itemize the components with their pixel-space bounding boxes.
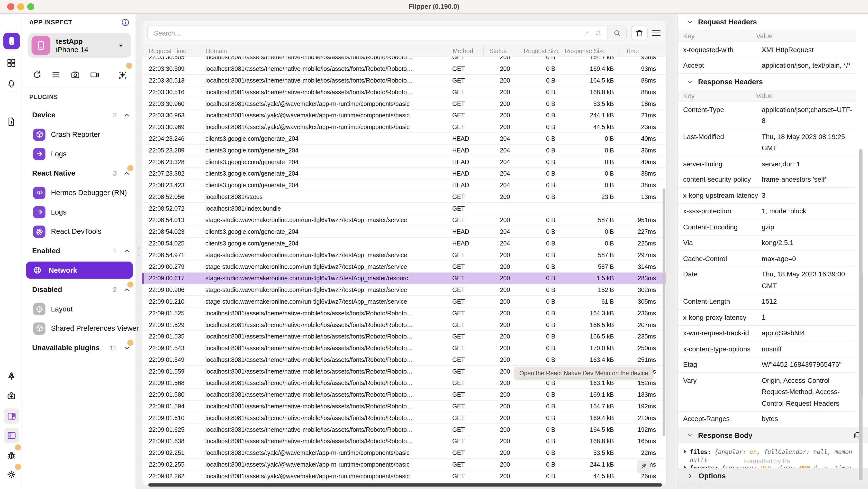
sidebar-item-network[interactable]: Network bbox=[23, 260, 136, 280]
rail-rocket-icon[interactable] bbox=[0, 371, 23, 382]
zoom-traffic-light[interactable] bbox=[27, 3, 34, 10]
table-row[interactable]: 22:09:01.594localhost:8081/assets/theme/… bbox=[142, 401, 666, 412]
table-row[interactable]: 22:08:52.056localhost:8081/statusGET2000… bbox=[142, 191, 666, 203]
sidebar-item-hermes-debugger-rn-[interactable]: Hermes Debugger (RN) bbox=[23, 183, 136, 202]
plugin-group-unavailable-plugins[interactable]: Unavailable plugins 11 bbox=[23, 338, 136, 357]
rail-app-tile-icon[interactable] bbox=[0, 33, 23, 49]
header-row: x-kong-upstream-latency3 bbox=[678, 188, 856, 204]
table-row[interactable]: 22:09:01.610localhost:8081/assets/theme/… bbox=[142, 412, 666, 424]
rail-medical-bag-icon[interactable] bbox=[0, 391, 23, 401]
table-row[interactable]: 22:08:54.025clients3.google.com/generate… bbox=[142, 238, 666, 249]
search-icon[interactable] bbox=[607, 26, 626, 40]
plugin-group-disabled[interactable]: Disabled 2 bbox=[23, 280, 136, 299]
app-name: testApp bbox=[56, 37, 88, 45]
plugin-group-react-native[interactable]: React Native 3 bbox=[23, 164, 136, 183]
sidebar-item-layout[interactable]: Layout bbox=[23, 299, 136, 319]
sidebar-item-logs[interactable]: Logs bbox=[23, 202, 136, 222]
rail-bug-icon[interactable] bbox=[0, 450, 23, 461]
options-section[interactable]: Options bbox=[678, 468, 868, 483]
table-row[interactable]: 22:03:30.513localhost:8081/assets/theme/… bbox=[142, 75, 666, 86]
code-icon bbox=[33, 186, 45, 199]
minimize-traffic-light[interactable] bbox=[17, 3, 24, 10]
table-row[interactable]: 22:07:23.382clients3.google.com/generate… bbox=[142, 168, 666, 179]
table-row[interactable]: 22:09:02.251localhost:8081/assets/.yalc/… bbox=[142, 447, 666, 459]
toolbar-menu-icon[interactable] bbox=[49, 68, 63, 82]
table-row[interactable]: 22:09:00.906stage-studio.wavemakeronline… bbox=[142, 284, 666, 296]
toolbar-camera-icon[interactable] bbox=[68, 68, 83, 82]
sidebar-item-crash-reporter[interactable]: Crash Reporter bbox=[23, 125, 136, 144]
info-icon[interactable] bbox=[121, 18, 130, 27]
chevron-up-icon bbox=[123, 248, 130, 254]
rail-bell-icon[interactable] bbox=[0, 79, 23, 89]
table-row[interactable]: 22:03:30.516localhost:8081/assets/theme/… bbox=[142, 86, 666, 98]
table-row[interactable]: 22:06:23.328clients3.google.com/generate… bbox=[142, 156, 666, 168]
table-row[interactable]: 22:09:01.543localhost:8081/assets/theme/… bbox=[142, 342, 666, 354]
header-row: content-security-policyframe-ancestors '… bbox=[678, 172, 856, 188]
table-row[interactable]: 22:09:00.279stage-studio.wavemakeronline… bbox=[142, 261, 666, 273]
swap-arrows-icon[interactable] bbox=[592, 29, 607, 37]
plugin-group-enabled[interactable]: Enabled 1 bbox=[23, 241, 136, 261]
column-header-time[interactable]: Time bbox=[619, 46, 662, 56]
close-traffic-light[interactable] bbox=[7, 3, 14, 10]
table-row[interactable]: 22:09:01.568localhost:8081/assets/theme/… bbox=[142, 377, 666, 389]
atom-icon bbox=[33, 225, 45, 237]
json-line[interactable]: files: {angular: en, fullCalendar: null,… bbox=[683, 448, 852, 456]
table-menu-button[interactable] bbox=[651, 29, 661, 37]
column-header-method[interactable]: Method bbox=[447, 46, 483, 56]
table-row[interactable]: 22:03:30.960localhost:8081/assets/.yalc/… bbox=[142, 98, 666, 110]
table-row[interactable]: 22:03:30.963localhost:8081/assets/.yalc/… bbox=[142, 110, 666, 121]
table-row[interactable]: 22:04:23.246clients3.google.com/generate… bbox=[142, 133, 666, 145]
rail-panel-left-icon[interactable] bbox=[0, 428, 23, 443]
rail-doc-alert-icon[interactable] bbox=[0, 116, 23, 127]
table-row[interactable]: 22:08:54.023clients3.google.com/generate… bbox=[142, 226, 666, 238]
sidebar-item-logs[interactable]: Logs bbox=[23, 144, 136, 164]
sidebar-resize-handle[interactable] bbox=[137, 247, 141, 261]
plugin-group-device[interactable]: Device 2 bbox=[23, 105, 136, 125]
search-input[interactable] bbox=[148, 29, 581, 37]
table-horizontal-scrollbar[interactable] bbox=[148, 483, 662, 487]
response-body-section[interactable]: Response Body bbox=[678, 427, 868, 443]
sidebar-item-shared-preferences-viewer[interactable]: Shared Preferences Viewer bbox=[23, 319, 136, 338]
table-row[interactable]: 22:09:01.625localhost:8081/assets/theme/… bbox=[142, 424, 666, 436]
rail-panel-right-icon[interactable] bbox=[0, 408, 23, 424]
table-row[interactable]: 22:09:01.535localhost:8081/assets/theme/… bbox=[142, 331, 666, 342]
table-row[interactable]: 22:09:01.210stage-studio.wavemakeronline… bbox=[142, 296, 666, 308]
table-vertical-scrollbar[interactable] bbox=[663, 189, 665, 436]
column-header-status[interactable]: Status bbox=[484, 46, 518, 56]
section-title: Response Headers bbox=[698, 78, 763, 86]
device-selector[interactable]: testApp iPhone 14 bbox=[28, 33, 131, 58]
group-count: 1 bbox=[113, 247, 117, 255]
column-header-request-size[interactable]: Request Size bbox=[518, 46, 559, 56]
table-row[interactable]: 22:09:01.525localhost:8081/assets/theme/… bbox=[142, 308, 666, 319]
table-row[interactable]: 22:03:30.969localhost:8081/assets/.yalc/… bbox=[142, 121, 666, 133]
table-row[interactable]: 22:08:54.013stage-studio.wavemakeronline… bbox=[142, 214, 666, 226]
table-row[interactable]: 22:09:01.549localhost:8081/assets/theme/… bbox=[142, 354, 666, 366]
table-row[interactable]: 22:05:23.289clients3.google.com/generate… bbox=[142, 145, 666, 156]
table-row[interactable]: 22:09:01.580localhost:8081/assets/theme/… bbox=[142, 389, 666, 401]
rail-grid-icon[interactable] bbox=[0, 58, 23, 68]
regex-icon[interactable]: .* bbox=[580, 30, 592, 36]
table-row[interactable]: 22:09:01.638localhost:8081/assets/theme/… bbox=[142, 436, 666, 448]
toolbar-refresh-icon[interactable] bbox=[30, 68, 44, 82]
table-row[interactable]: 22:09:01.529localhost:8081/assets/theme/… bbox=[142, 319, 666, 331]
table-row[interactable]: 22:03:30.509localhost:8081/assets/theme/… bbox=[142, 63, 666, 75]
sidebar-item-react-devtools[interactable]: React DevTools bbox=[23, 222, 136, 241]
table-row[interactable]: 22:09:02.255localhost:8081/assets/.yalc/… bbox=[142, 459, 666, 470]
table-row[interactable]: 22:08:52.072localhost:8081/index.bundleG… bbox=[142, 203, 666, 214]
table-row[interactable]: 22:09:02.262localhost:8081/assets/.yalc/… bbox=[142, 470, 666, 482]
toolbar-video-icon[interactable] bbox=[88, 68, 102, 82]
toolbar-sparkle-icon[interactable] bbox=[115, 68, 129, 82]
sidebar-divider bbox=[23, 86, 136, 86]
column-header-domain[interactable]: Domain bbox=[200, 46, 447, 56]
table-row[interactable]: 22:08:23.423clients3.google.com/generate… bbox=[142, 179, 666, 191]
panel-scrollbar[interactable] bbox=[859, 149, 863, 481]
response-headers-section[interactable]: Response Headers bbox=[678, 74, 856, 90]
column-header-response-size[interactable]: Response Size bbox=[559, 46, 619, 56]
table-row[interactable]: 22:08:54.971stage-studio.wavemakeronline… bbox=[142, 249, 666, 261]
table-row[interactable]: 22:03:30.505localhost:8081/assets/theme/… bbox=[142, 57, 666, 63]
table-row[interactable]: 22:09:00.617stage-studio.wavemakeronline… bbox=[142, 273, 666, 284]
rail-gear-icon[interactable] bbox=[0, 469, 23, 480]
column-header-request-time[interactable]: Request Time bbox=[142, 46, 200, 56]
request-headers-section[interactable]: Request Headers bbox=[678, 14, 856, 30]
clear-requests-button[interactable] bbox=[631, 26, 648, 40]
